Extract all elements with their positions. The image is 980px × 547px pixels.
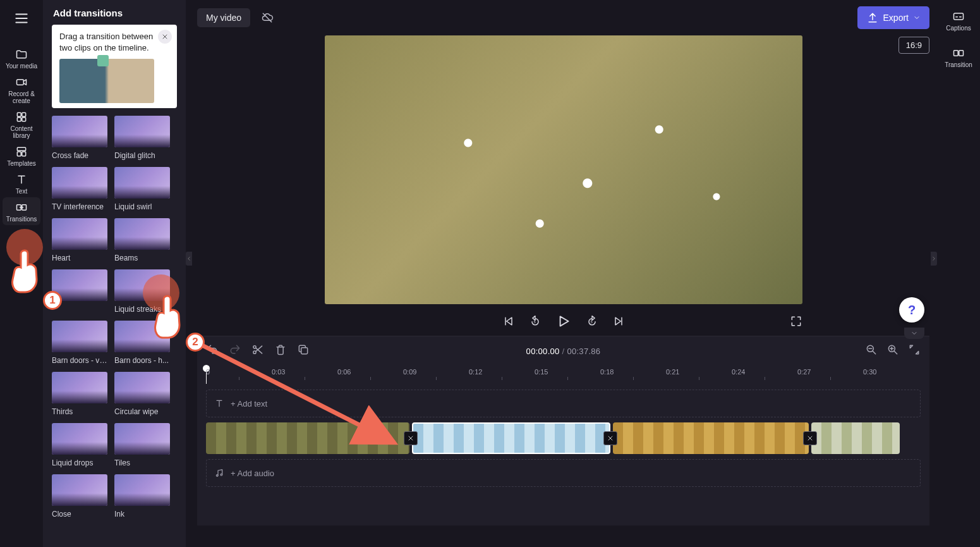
text-icon [15,173,28,186]
rewind-5-button[interactable]: 5 [529,315,541,330]
rail-record-create[interactable]: Record & create [3,72,40,107]
sync-off-button[interactable] [257,7,278,28]
transition-badge[interactable] [803,431,817,445]
rail-label: Captions [946,25,971,32]
transition-item[interactable] [52,269,107,314]
add-text-label: + Add text [231,399,267,409]
panel-title: Add transitions [43,0,186,25]
aspect-ratio-button[interactable]: 16:9 [898,37,929,54]
rail-label: Record & create [3,90,40,104]
zoom-in-button[interactable] [886,343,899,359]
ruler-tick: 0:12 [469,368,482,376]
skip-forward-button[interactable] [612,315,625,330]
skip-back-button[interactable] [502,315,515,330]
svg-text:5: 5 [533,320,535,324]
help-button[interactable]: ? [899,297,924,323]
right-panel-collapse-button[interactable] [931,252,937,266]
split-button[interactable] [251,343,264,359]
rail-captions[interactable]: Captions [940,6,977,34]
ruler-minor-tick [436,377,437,380]
transition-thumb [52,321,107,352]
current-time: 00:00.00 [526,347,560,356]
transition-label: Thirds [52,407,107,416]
rail-your-media[interactable]: Your media [3,44,40,72]
music-icon [214,468,224,478]
rail-transitions[interactable]: Transitions [3,197,40,225]
transition-item[interactable]: Barn doors - ve... [52,321,107,365]
export-button[interactable]: Export [857,6,929,29]
duplicate-button[interactable] [297,343,310,359]
transition-badge[interactable] [404,431,418,445]
svg-point-18 [221,474,222,476]
video-clip[interactable] [613,422,809,454]
rail-templates[interactable]: Templates [3,142,40,169]
transition-thumb [114,167,170,199]
zoom-out-icon [865,343,878,356]
forward5-icon: 5 [586,315,598,328]
transition-item[interactable]: Liquid streaks [114,269,170,314]
video-title-button[interactable]: My video [197,8,250,27]
transition-item[interactable]: Ink [114,474,170,519]
transition-item[interactable]: Barn doors - h... [114,321,170,365]
transition-item[interactable]: TV interference [52,167,107,211]
transition-item[interactable]: Beams [114,218,170,262]
svg-point-17 [216,475,218,477]
svg-rect-14 [301,348,308,354]
ruler-tick: 0:03 [272,368,285,376]
main-area: My video Export 16:9 5 5 [190,0,937,547]
hint-close-button[interactable] [158,30,172,44]
rail-content-library[interactable]: Content library [3,107,40,142]
audio-track[interactable]: + Add audio [206,459,921,487]
hint-card: Drag a transition between two clips on t… [52,25,177,108]
fit-button[interactable] [908,343,921,359]
timeline-area: 00:00.00 / 00:37.86 00:030:060:090:120:1… [197,336,929,525]
video-track[interactable] [206,422,921,454]
svg-rect-3 [17,118,21,121]
library-icon [15,111,28,123]
rail-label: Templates [7,160,36,167]
transitions-icon [952,47,965,59]
transition-item[interactable]: Tiles [114,423,170,467]
camera-icon [15,76,28,89]
ruler-minor-tick [699,377,699,380]
video-clip-selected[interactable] [412,422,610,454]
transition-item[interactable]: Circular wipe [114,372,170,416]
add-audio-label: + Add audio [231,469,274,478]
play-button[interactable] [555,313,572,332]
panel-expand-button[interactable] [904,328,924,339]
transition-item[interactable]: Close [52,474,107,519]
transition-item[interactable]: Cross fade [52,116,107,160]
timeline-tracks: + Add text + Add audio [206,390,921,487]
transition-item[interactable]: Thirds [52,372,107,416]
zoom-out-button[interactable] [865,343,878,359]
redo-button[interactable] [229,343,241,359]
ruler-minor-tick [633,377,634,380]
timeline-ruler[interactable]: 00:030:060:090:120:150:180:210:240:270:3… [206,368,921,384]
menu-button[interactable] [7,4,36,35]
delete-button[interactable] [274,343,287,359]
transition-item[interactable]: Liquid drops [52,423,107,467]
video-clip[interactable] [206,422,409,454]
play-icon [555,313,572,329]
forward-5-button[interactable]: 5 [586,315,598,330]
text-track[interactable]: + Add text [206,390,921,417]
close-icon [161,33,169,40]
rail-label: Transition [945,61,972,68]
rail-label: Your media [6,63,37,70]
transition-item[interactable]: Heart [52,218,107,262]
undo-button[interactable] [206,343,219,359]
rail-text[interactable]: Text [3,169,40,197]
ruler-minor-tick [370,377,371,380]
hint-text: Drag a transition between two clips on t… [59,32,153,52]
left-rail: Your media Record & create Content libra… [0,0,43,547]
fullscreen-button[interactable] [790,315,802,330]
video-preview[interactable] [325,35,802,304]
transition-item[interactable]: Liquid swirl [114,167,170,211]
transition-thumb [52,167,107,199]
rail-label: Text [16,188,27,195]
transition-badge[interactable] [603,431,617,445]
transition-item[interactable]: Digital glitch [114,116,170,160]
svg-rect-7 [22,152,26,156]
video-clip[interactable] [811,422,900,454]
rail-transition-props[interactable]: Transition [940,43,977,71]
